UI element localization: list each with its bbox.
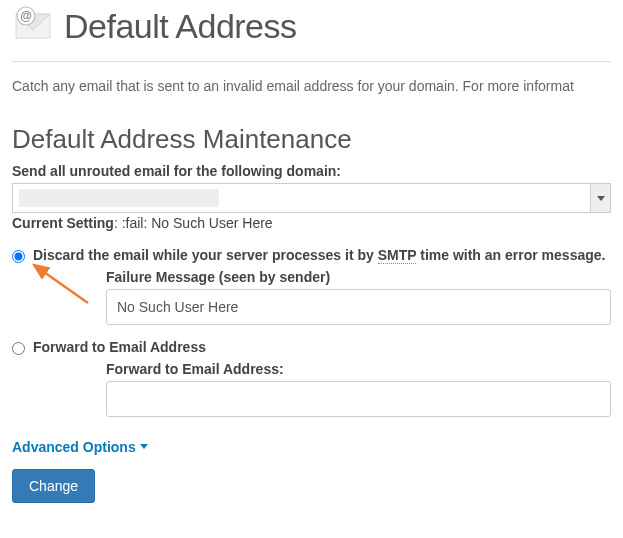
intro-text: Catch any email that is sent to an inval… [12,78,611,94]
current-setting: Current Setting: :fail: No Such User Her… [12,215,611,231]
forward-label: Forward to Email Address [33,339,206,355]
change-button[interactable]: Change [12,469,95,503]
redacted-domain [19,189,219,207]
advanced-options-toggle[interactable]: Advanced Options [12,439,148,455]
dropdown-toggle[interactable] [590,184,610,212]
svg-line-2 [34,265,88,303]
failure-message-input[interactable] [106,289,611,325]
page-title: Default Address [64,7,297,46]
discard-label: Discard the email while your server proc… [33,247,605,263]
svg-text:@: @ [20,9,32,23]
caret-down-icon [140,444,148,450]
domain-select[interactable] [12,183,611,213]
forward-radio[interactable] [12,342,25,355]
discard-radio[interactable] [12,250,25,263]
arrow-annotation-icon [28,259,98,309]
divider [12,61,611,62]
forward-email-label: Forward to Email Address: [106,361,611,377]
chevron-down-icon [597,194,605,202]
section-heading: Default Address Maintenance [12,124,611,155]
domain-label: Send all unrouted email for the followin… [12,163,611,179]
forward-email-input[interactable] [106,381,611,417]
default-address-icon: @ [12,4,54,49]
domain-select-value [13,184,590,212]
failure-message-label: Failure Message (seen by sender) [106,269,611,285]
